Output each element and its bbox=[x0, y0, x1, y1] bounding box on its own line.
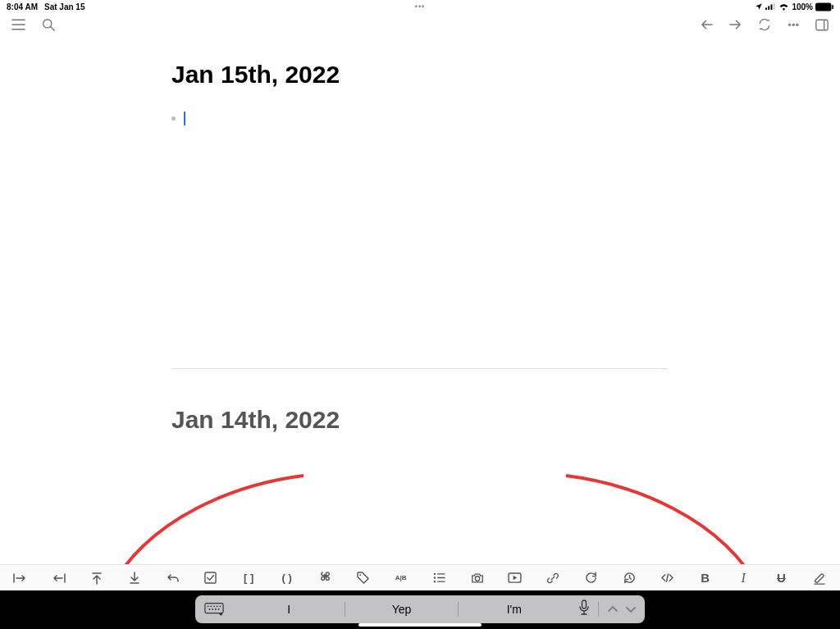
forward-arrow-icon[interactable] bbox=[729, 19, 742, 30]
suggestion-3[interactable]: I'm bbox=[459, 603, 570, 616]
command-icon[interactable] bbox=[309, 567, 340, 590]
suggestion-2[interactable]: Yep bbox=[345, 603, 457, 616]
ab-compare-icon[interactable]: A|B bbox=[386, 567, 417, 590]
app-toolbar: ••• bbox=[0, 13, 840, 36]
strikethrough-icon[interactable]: U bbox=[766, 567, 797, 590]
journal-divider bbox=[171, 368, 668, 369]
svg-point-21 bbox=[219, 605, 221, 607]
svg-point-24 bbox=[215, 608, 217, 610]
bullet-list-icon[interactable] bbox=[423, 567, 454, 590]
camera-icon[interactable] bbox=[462, 567, 493, 590]
journal-heading-prev: Jan 14th, 2022 bbox=[171, 406, 840, 434]
svg-rect-5 bbox=[832, 4, 833, 8]
indent-right-icon[interactable] bbox=[5, 567, 36, 590]
svg-rect-16 bbox=[205, 604, 223, 613]
svg-rect-4 bbox=[815, 2, 831, 11]
suggestion-1[interactable]: I bbox=[233, 603, 345, 616]
parentheses-icon[interactable]: ( ) bbox=[272, 567, 303, 590]
more-icon[interactable]: ••• bbox=[788, 19, 799, 31]
svg-rect-27 bbox=[582, 600, 586, 608]
text-cursor-icon bbox=[184, 112, 185, 125]
status-right: 100% bbox=[755, 2, 833, 11]
highlighter-icon[interactable] bbox=[804, 567, 835, 590]
move-up-icon[interactable] bbox=[81, 567, 112, 590]
status-date: Sat Jan 15 bbox=[44, 2, 84, 11]
cellular-icon bbox=[765, 2, 776, 11]
right-sidebar-icon[interactable] bbox=[815, 19, 829, 31]
dictation-mic-icon[interactable] bbox=[578, 599, 590, 619]
status-time: 8:04 AM bbox=[7, 2, 38, 11]
svg-rect-1 bbox=[769, 6, 770, 10]
bullet-dot-icon bbox=[171, 116, 176, 121]
format-toolbar: [ ] ( ) A|B B I U bbox=[0, 564, 840, 590]
keyboard-icon[interactable] bbox=[195, 602, 233, 617]
svg-point-18 bbox=[210, 605, 212, 607]
svg-point-11 bbox=[433, 573, 435, 575]
multitask-dots-icon[interactable]: ••• bbox=[415, 2, 425, 11]
keyboard-suggestion-bar: I Yep I'm bbox=[195, 595, 645, 623]
chevron-down-icon[interactable] bbox=[625, 602, 637, 617]
italic-icon[interactable]: I bbox=[728, 567, 759, 590]
svg-rect-0 bbox=[765, 7, 767, 10]
svg-rect-2 bbox=[771, 4, 773, 9]
svg-point-6 bbox=[43, 19, 52, 27]
svg-point-17 bbox=[208, 605, 209, 607]
journal-heading-today: Jan 15th, 2022 bbox=[171, 61, 840, 89]
link-icon[interactable] bbox=[537, 567, 568, 590]
svg-point-14 bbox=[475, 576, 479, 580]
refresh-icon[interactable] bbox=[758, 18, 771, 31]
ios-status-bar: 8:04 AM Sat Jan 15 ••• 100% bbox=[0, 0, 840, 13]
refresh-cw-icon[interactable] bbox=[576, 567, 607, 590]
move-down-icon[interactable] bbox=[119, 567, 150, 590]
location-icon bbox=[755, 2, 763, 11]
brackets-icon[interactable]: [ ] bbox=[233, 567, 264, 590]
todo-checkbox-icon[interactable] bbox=[195, 567, 226, 590]
wifi-icon bbox=[778, 2, 789, 11]
indent-left-icon[interactable] bbox=[43, 567, 74, 590]
tag-icon[interactable] bbox=[347, 567, 378, 590]
status-left: 8:04 AM Sat Jan 15 bbox=[7, 2, 84, 11]
history-icon[interactable] bbox=[614, 567, 645, 590]
svg-point-20 bbox=[217, 605, 218, 607]
chevron-up-icon[interactable] bbox=[607, 602, 619, 617]
svg-point-23 bbox=[212, 608, 213, 610]
svg-rect-3 bbox=[774, 3, 775, 10]
svg-rect-7 bbox=[816, 20, 828, 30]
battery-icon bbox=[815, 2, 833, 11]
bold-icon[interactable]: B bbox=[690, 567, 721, 590]
video-play-icon[interactable] bbox=[500, 567, 531, 590]
separator bbox=[598, 602, 599, 617]
svg-point-26 bbox=[219, 613, 222, 616]
svg-point-13 bbox=[433, 581, 435, 582]
back-arrow-icon[interactable] bbox=[701, 19, 713, 30]
search-icon[interactable] bbox=[42, 18, 56, 32]
battery-percent: 100% bbox=[792, 2, 813, 11]
svg-point-25 bbox=[218, 608, 220, 610]
home-indicator[interactable] bbox=[358, 623, 482, 627]
undo-icon[interactable] bbox=[158, 567, 189, 590]
svg-point-12 bbox=[433, 577, 435, 578]
empty-block[interactable] bbox=[171, 112, 840, 125]
svg-point-22 bbox=[209, 608, 211, 610]
svg-point-10 bbox=[359, 574, 361, 576]
hamburger-menu-icon[interactable] bbox=[11, 19, 25, 30]
svg-point-19 bbox=[213, 605, 215, 607]
journal-content: Jan 15th, 2022 Jan 14th, 2022 bbox=[0, 36, 840, 434]
code-icon[interactable] bbox=[651, 567, 682, 590]
svg-rect-9 bbox=[205, 572, 216, 583]
